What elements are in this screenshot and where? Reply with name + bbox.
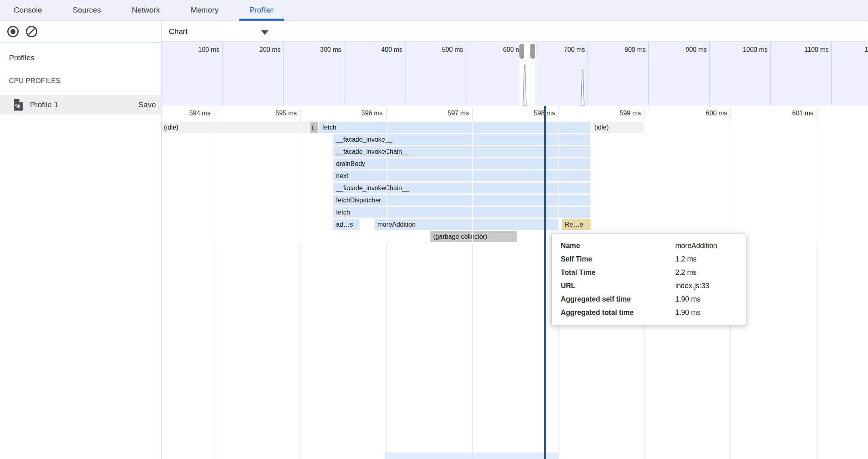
ruler-tick-label: 595 ms	[232, 108, 297, 119]
tooltip-row: URLindex.js:33	[552, 279, 746, 293]
detail-gridline-overlay	[386, 122, 387, 243]
flame-frame[interactable]: fetchDispatcher	[333, 195, 590, 206]
flame-frame-idle[interactable]: (idle)	[162, 122, 309, 133]
tooltip-label: Total Time	[561, 266, 596, 279]
detail-gridline-overlay	[300, 122, 301, 243]
tab-memory[interactable]: Memory	[180, 0, 229, 21]
record-profile-button[interactable]	[6, 25, 20, 38]
ruler-tick-label: 597 ms	[404, 108, 469, 119]
tooltip-value: moreAddition	[675, 239, 717, 253]
detail-gridline-overlay	[817, 122, 817, 243]
ruler-tick-label: 601 ms	[749, 108, 813, 119]
timeline-cursor[interactable]	[544, 106, 546, 459]
tooltip-label: Self Time	[561, 253, 592, 266]
tooltip-label: URL	[561, 279, 575, 293]
ruler-tick-label: 599 ms	[576, 108, 641, 119]
clear-profiles-button[interactable]	[25, 25, 38, 38]
tooltip-row: Aggregated self time1.90 ms	[552, 293, 746, 306]
flame-frame[interactable]: __facade_invokeChain__	[333, 146, 590, 157]
view-mode-select[interactable]: Chart	[169, 21, 266, 42]
tooltip-label: Name	[561, 239, 580, 253]
flame-frame-highlight[interactable]: Re…e	[562, 219, 591, 230]
tooltip-row: NamemoreAddition	[552, 239, 746, 253]
tab-console[interactable]: Console	[3, 0, 53, 21]
profile-name: Profile 1	[30, 95, 58, 115]
tooltip-label: Aggregated total time	[561, 306, 634, 319]
svg-text:%: %	[15, 103, 21, 109]
tooltip-value: 1.2 ms	[675, 253, 697, 266]
tooltip-value: index.js:33	[675, 279, 709, 293]
detail-gridline-overlay	[214, 122, 215, 243]
tooltip-value: 1.90 ms	[675, 306, 700, 319]
tooltip-row: Aggregated total time1.90 ms	[552, 306, 746, 319]
view-mode-value: Chart	[169, 21, 187, 42]
tooltip-row: Self Time1.2 ms	[552, 253, 746, 266]
tab-sources[interactable]: Sources	[62, 0, 112, 21]
tooltip-label: Aggregated self time	[561, 293, 631, 306]
clear-icon	[27, 27, 37, 37]
frame-details-tooltip: NamemoreAdditionSelf Time1.2 msTotal Tim…	[551, 234, 746, 325]
profile-document-icon: %	[13, 99, 23, 111]
detail-gridline-overlay	[558, 122, 559, 243]
tab-profiler[interactable]: Profiler	[239, 0, 284, 21]
flame-frame-gc[interactable]: (garbage collector)	[430, 231, 517, 242]
detail-gridline-overlay	[472, 122, 473, 243]
chart-toolbar: Chart	[162, 21, 868, 42]
ruler-tick-label: 600 ms	[662, 108, 727, 119]
detail-gridline-overlay	[730, 122, 731, 243]
tooltip-value: 2.2 ms	[675, 266, 697, 279]
tooltip-row: Total Time2.2 ms	[552, 266, 746, 279]
flame-frame-trunc[interactable]: (…	[310, 122, 318, 133]
selection-handle-left[interactable]	[519, 44, 524, 59]
profiler-controls-row	[0, 21, 161, 42]
flame-frame[interactable]: drainBody	[333, 158, 590, 169]
cpu-profiles-section-header: CPU PROFILES	[9, 77, 60, 85]
flame-frame[interactable]: fetch	[319, 122, 590, 133]
record-icon	[8, 27, 18, 37]
selection-handle-right[interactable]	[530, 44, 535, 59]
flame-frame[interactable]: next	[333, 170, 590, 181]
flame-frame[interactable]: moreAddition	[374, 219, 558, 230]
devtools-tab-bar: ConsoleSourcesNetworkMemoryProfiler	[0, 0, 868, 21]
flame-frame[interactable]: __facade_invoke__	[333, 134, 590, 145]
selected-range-strip	[385, 453, 558, 459]
ruler-tick-label: 594 ms	[162, 108, 211, 119]
tab-network[interactable]: Network	[121, 0, 170, 21]
flame-frame-idle[interactable]: (idle)	[591, 122, 643, 133]
sidebar-toolbar-divider	[0, 42, 161, 43]
ruler-tick-label: 596 ms	[318, 108, 383, 119]
detail-gridline-overlay	[644, 122, 645, 243]
profiles-header: Profiles	[9, 53, 34, 62]
sidebar-item-profile-1[interactable]: % Profile 1 Save	[0, 95, 161, 115]
tooltip-value: 1.90 ms	[675, 293, 700, 306]
profile-overview-timeline[interactable]: 100 ms200 ms300 ms400 ms500 ms600 ms700 …	[162, 42, 868, 106]
flame-frame[interactable]: fetch	[333, 207, 590, 218]
flame-chart-area[interactable]: 594 ms595 ms596 ms597 ms598 ms599 ms600 …	[162, 106, 868, 459]
flame-frame[interactable]: ad…s	[333, 219, 360, 230]
cpu-activity-spikes	[162, 42, 868, 106]
chevron-down-icon	[261, 30, 268, 35]
flame-frame[interactable]: __facade_invokeChain__	[333, 183, 590, 193]
save-profile-link[interactable]: Save	[138, 95, 156, 115]
